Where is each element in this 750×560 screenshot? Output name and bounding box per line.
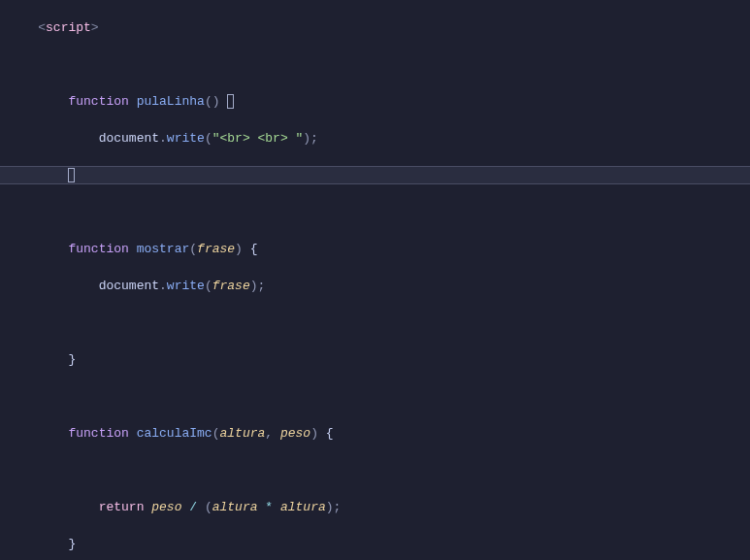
code-line: document.write("<br> <br> "); xyxy=(0,129,750,148)
code-line: document.write(frase); xyxy=(0,277,750,295)
obj-document: document xyxy=(99,279,159,293)
param-frase: frase xyxy=(197,242,235,256)
method-write: write xyxy=(167,279,205,293)
code-line xyxy=(0,461,750,479)
function-calculaImc: calculaImc xyxy=(137,426,212,441)
code-line xyxy=(0,313,750,332)
code-line-highlighted xyxy=(0,166,750,184)
var-altura: altura xyxy=(212,500,258,514)
keyword-function: function xyxy=(68,94,128,109)
code-line: } xyxy=(0,350,750,369)
cursor-bracket-open xyxy=(227,94,234,109)
function-pulaLinha: pulaLinha xyxy=(137,94,205,109)
cursor-bracket-close xyxy=(68,168,75,182)
var-altura: altura xyxy=(280,500,326,514)
keyword-function: function xyxy=(68,242,128,256)
code-line xyxy=(0,203,750,221)
keyword-return: return xyxy=(99,500,145,514)
code-line xyxy=(0,55,750,74)
method-write: write xyxy=(167,131,205,146)
code-editor[interactable]: <script> function pulaLinha() document.w… xyxy=(0,0,750,560)
tag-open-script: script xyxy=(46,20,91,35)
code-line: return peso / (altura * altura); xyxy=(0,498,750,516)
string-br: "<br> <br> " xyxy=(212,131,304,146)
code-line: <script> xyxy=(0,18,750,37)
obj-document: document xyxy=(99,131,159,146)
code-line: function pulaLinha() xyxy=(0,92,750,111)
code-line: } xyxy=(0,535,750,553)
keyword-function: function xyxy=(68,426,128,441)
code-line: function calculaImc(altura, peso) { xyxy=(0,424,750,443)
arg-frase: frase xyxy=(212,279,250,293)
code-line xyxy=(0,387,750,406)
code-line: function mostrar(frase) { xyxy=(0,240,750,258)
param-altura: altura xyxy=(219,426,265,441)
param-peso: peso xyxy=(280,426,310,441)
var-peso: peso xyxy=(151,500,181,514)
function-mostrar: mostrar xyxy=(137,242,190,256)
